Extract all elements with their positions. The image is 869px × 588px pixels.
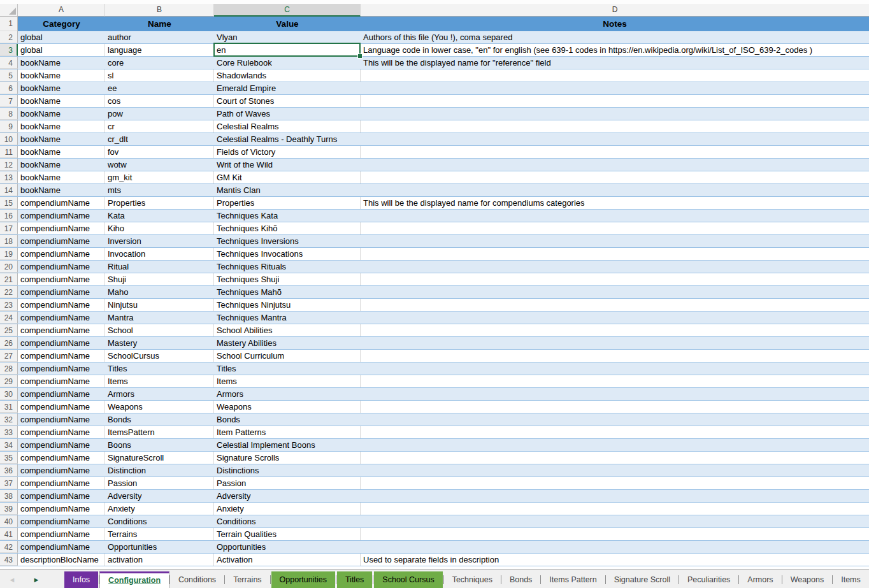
row-header-2[interactable]: 2	[0, 31, 18, 43]
cell-C42[interactable]: Opportunities	[214, 541, 361, 553]
cell-D20[interactable]	[361, 261, 869, 273]
cell-D11[interactable]	[361, 146, 869, 158]
row-header-4[interactable]: 4	[0, 57, 18, 69]
cell-B26[interactable]: Mastery	[105, 337, 214, 349]
cell-D22[interactable]	[361, 286, 869, 298]
column-header-A[interactable]: A	[18, 4, 105, 17]
row-header-40[interactable]: 40	[0, 515, 18, 527]
cell-A7[interactable]: bookName	[18, 95, 105, 107]
row-header-13[interactable]: 13	[0, 171, 18, 183]
cell-B16[interactable]: Kata	[105, 210, 214, 222]
cell-D16[interactable]	[361, 210, 869, 222]
row-header-21[interactable]: 21	[0, 273, 18, 285]
sheet-tab-conditions[interactable]: Conditions	[170, 571, 224, 588]
cell-B5[interactable]: sl	[105, 69, 214, 82]
cell-A15[interactable]: compendiumName	[18, 197, 105, 209]
row-header-5[interactable]: 5	[0, 69, 18, 82]
row-header-29[interactable]: 29	[0, 375, 18, 387]
cell-C43[interactable]: Activation	[214, 554, 361, 566]
cell-A24[interactable]: compendiumName	[18, 312, 105, 324]
cell-A35[interactable]: compendiumName	[18, 452, 105, 464]
cell-D24[interactable]	[361, 312, 869, 324]
sheet-tab-armors[interactable]: Armors	[739, 571, 781, 588]
cell-A9[interactable]: bookName	[18, 120, 105, 133]
row-header-37[interactable]: 37	[0, 477, 18, 489]
cell-C3[interactable]: en	[214, 44, 361, 56]
cell-B24[interactable]: Mantra	[105, 312, 214, 324]
cell-B28[interactable]: Titles	[105, 362, 214, 375]
row-header-41[interactable]: 41	[0, 528, 18, 540]
row-header-31[interactable]: 31	[0, 401, 18, 413]
cell-D29[interactable]	[361, 375, 869, 387]
cell-B34[interactable]: Boons	[105, 439, 214, 451]
cell-C6[interactable]: Emerald Empire	[214, 82, 361, 94]
row-header-25[interactable]: 25	[0, 324, 18, 336]
sheet-tab-opportunities[interactable]: Opportunities	[271, 571, 335, 588]
cell-A28[interactable]: compendiumName	[18, 362, 105, 375]
row-header-36[interactable]: 36	[0, 464, 18, 477]
row-header-26[interactable]: 26	[0, 337, 18, 349]
cell-C29[interactable]: Items	[214, 375, 361, 387]
row-header-7[interactable]: 7	[0, 95, 18, 107]
fill-handle[interactable]	[357, 54, 363, 59]
row-header-8[interactable]: 8	[0, 108, 18, 120]
cell-D23[interactable]	[361, 299, 869, 311]
cell-C34[interactable]: Celestial Implement Boons	[214, 439, 361, 451]
cell-C2[interactable]: Vlyan	[214, 31, 361, 43]
cell-B32[interactable]: Bonds	[105, 413, 214, 426]
cell-C4[interactable]: Core Rulebook	[214, 57, 361, 69]
cell-B8[interactable]: pow	[105, 108, 214, 120]
cell-D4[interactable]: This will be the displayed name for "ref…	[361, 57, 869, 69]
cell-C40[interactable]: Conditions	[214, 515, 361, 527]
sheet-tab-configuration[interactable]: Configuration	[99, 571, 169, 588]
cell-B14[interactable]: mts	[105, 184, 214, 196]
cell-D27[interactable]	[361, 350, 869, 362]
cell-A6[interactable]: bookName	[18, 82, 105, 94]
header-cell-name[interactable]: Name	[105, 17, 214, 31]
row-header-15[interactable]: 15	[0, 197, 18, 209]
cell-B10[interactable]: cr_dlt	[105, 133, 214, 145]
cell-C16[interactable]: Techniques Kata	[214, 210, 361, 222]
sheet-tab-signature-scroll[interactable]: Signature Scroll	[606, 571, 679, 588]
cell-D18[interactable]	[361, 235, 869, 247]
column-header-C[interactable]: C	[214, 4, 361, 17]
cell-C30[interactable]: Armors	[214, 388, 361, 400]
cell-A31[interactable]: compendiumName	[18, 401, 105, 413]
row-header-9[interactable]: 9	[0, 120, 18, 133]
cell-C12[interactable]: Writ of the Wild	[214, 159, 361, 171]
cell-D14[interactable]	[361, 184, 869, 196]
cell-B41[interactable]: Terrains	[105, 528, 214, 540]
row-header-38[interactable]: 38	[0, 490, 18, 502]
cell-A27[interactable]: compendiumName	[18, 350, 105, 362]
cell-B19[interactable]: Invocation	[105, 248, 214, 260]
cell-A21[interactable]: compendiumName	[18, 273, 105, 285]
cell-C26[interactable]: Mastery Abilities	[214, 337, 361, 349]
cell-C11[interactable]: Fields of Victory	[214, 146, 361, 158]
cell-D19[interactable]	[361, 248, 869, 260]
cell-B11[interactable]: fov	[105, 146, 214, 158]
tab-scroll-right-icon[interactable]: ►	[24, 576, 48, 584]
cell-B33[interactable]: ItemsPattern	[105, 426, 214, 438]
row-header-30[interactable]: 30	[0, 388, 18, 400]
cell-B38[interactable]: Adversity	[105, 490, 214, 502]
cell-A32[interactable]: compendiumName	[18, 413, 105, 426]
cell-A17[interactable]: compendiumName	[18, 222, 105, 234]
sheet-tab-items-pattern[interactable]: Items Pattern	[541, 571, 605, 588]
cell-B22[interactable]: Maho	[105, 286, 214, 298]
cell-B39[interactable]: Anxiety	[105, 503, 214, 515]
cell-B4[interactable]: core	[105, 57, 214, 69]
cell-D12[interactable]	[361, 159, 869, 171]
cell-D42[interactable]	[361, 541, 869, 553]
row-header-10[interactable]: 10	[0, 133, 18, 145]
cell-B21[interactable]: Shuji	[105, 273, 214, 285]
cell-C38[interactable]: Adversity	[214, 490, 361, 502]
cell-D41[interactable]	[361, 528, 869, 540]
cell-A39[interactable]: compendiumName	[18, 503, 105, 515]
cell-B23[interactable]: Ninjutsu	[105, 299, 214, 311]
cell-D40[interactable]	[361, 515, 869, 527]
cell-A16[interactable]: compendiumName	[18, 210, 105, 222]
sheet-tab-items[interactable]: Items	[833, 571, 869, 588]
cell-D33[interactable]	[361, 426, 869, 438]
cell-A14[interactable]: bookName	[18, 184, 105, 196]
cell-B37[interactable]: Passion	[105, 477, 214, 489]
